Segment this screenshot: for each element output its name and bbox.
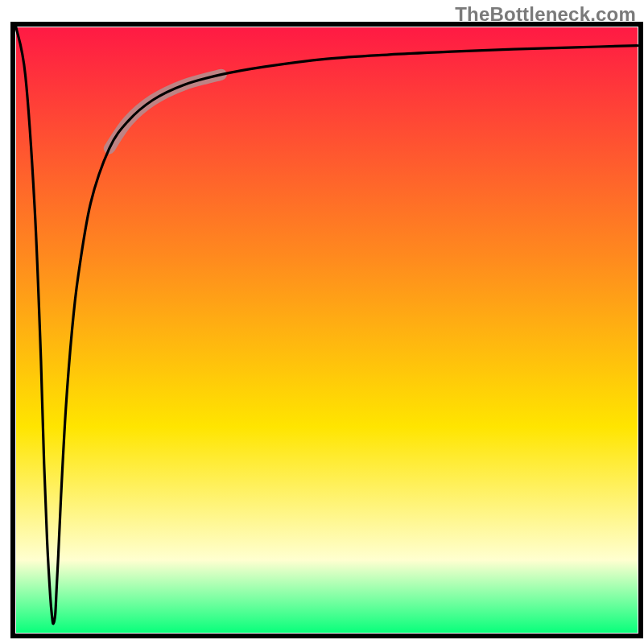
bottleneck-chart — [0, 0, 644, 644]
plot-gradient-fill — [16, 27, 638, 633]
chart-stage: TheBottleneck.com — [0, 0, 644, 644]
watermark-label: TheBottleneck.com — [455, 3, 636, 26]
